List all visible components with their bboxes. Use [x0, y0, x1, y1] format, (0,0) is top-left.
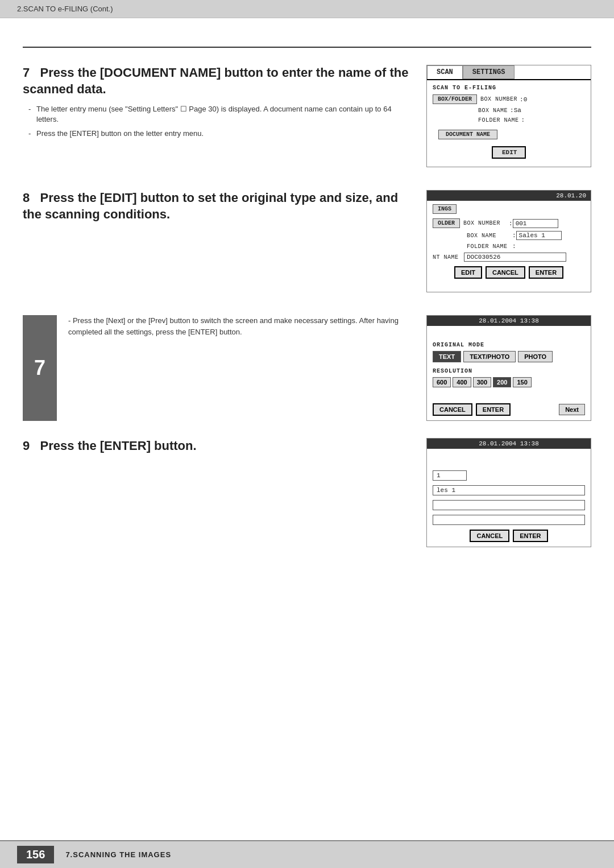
screen2-folder-row: FOLDER NAME : — [433, 243, 585, 250]
screen3-res-btns: 600 400 300 200 150 — [433, 377, 585, 387]
photo-mode-btn[interactable]: PHOTO — [518, 351, 553, 362]
s2-box-name-colon: : — [512, 232, 516, 239]
box-number-colon: : — [520, 96, 524, 103]
s3-next-btn[interactable]: Next — [559, 404, 585, 415]
res-300-btn[interactable]: 300 — [473, 377, 491, 387]
step7-number: 7 — [23, 65, 30, 80]
s2-enter-btn[interactable]: ENTER — [529, 266, 563, 279]
screen4-spacer1 — [433, 453, 585, 470]
folder-name-label: FOLDER NAME — [478, 117, 519, 123]
box-name-value: Sa — [514, 107, 521, 114]
middle-note: Press the [Next] or the [Prev] button to… — [68, 315, 409, 337]
screen2: 28.01.20 INGS OLDER BOX NUMBER : 001 BOX… — [426, 190, 591, 292]
s2-box-number-colon: : — [509, 220, 513, 227]
screen4-input4-row — [433, 515, 585, 525]
screen4-input3 — [433, 500, 585, 510]
tab-ings[interactable]: INGS — [433, 204, 457, 214]
resolution-label: RESOLUTION — [433, 368, 585, 374]
side-number-7: 7 — [23, 315, 57, 421]
step8-number: 8 — [23, 191, 30, 205]
screen1-box-row: BOX/FOLDER BOX NUMBER : 0 — [433, 94, 585, 104]
res-200-btn[interactable]: 200 — [493, 377, 511, 387]
s2-doc-name-value: DOC030526 — [464, 253, 566, 262]
text-photo-mode-btn[interactable]: TEXT/PHOTO — [463, 351, 516, 362]
middle-note-text: Press the [Next] or the [Prev] button to… — [68, 315, 409, 337]
step9-number: 9 — [23, 439, 30, 453]
step7-text: 7 Press the [DOCUMENT NAME] button to en… — [23, 65, 426, 142]
s2-folder-name-label: FOLDER NAME — [467, 243, 512, 250]
older-btn[interactable]: OLDER — [433, 218, 460, 228]
box-folder-btn[interactable]: BOX/FOLDER — [433, 94, 477, 104]
header-bar: 2.SCAN TO e-FILING (Cont.) — [0, 0, 614, 18]
s2-box-name-label: BOX NAME — [467, 233, 512, 239]
res-400-btn[interactable]: 400 — [453, 377, 471, 387]
screen3-spacer2 — [433, 393, 585, 399]
step9-text: 9 Press the [ENTER] button. — [23, 438, 426, 461]
text-mode-btn[interactable]: TEXT — [433, 351, 461, 362]
s3-enter-btn[interactable]: ENTER — [476, 403, 511, 416]
screen4-input2-row: les 1 — [433, 485, 585, 495]
box-number-label: BOX NUMBER — [480, 96, 517, 102]
screen2-boxname-row: BOX NAME : Sales 1 — [433, 231, 585, 240]
box-name-colon: : — [510, 107, 514, 114]
s2-box-name-value: Sales 1 — [516, 231, 562, 240]
screen4-button-row: CANCEL ENTER — [433, 530, 585, 542]
step7-title: 7 Press the [DOCUMENT NAME] button to en… — [23, 65, 409, 97]
screen3-mode-btns: TEXT TEXT/PHOTO PHOTO — [433, 351, 585, 362]
screen3-spacer — [433, 330, 585, 342]
s2-edit-btn[interactable]: EDIT — [454, 266, 482, 279]
screen2-header: 28.01.20 — [427, 191, 591, 201]
screen4-input1-row: 1 — [433, 470, 585, 481]
s2-folder-name-colon: : — [512, 243, 516, 250]
footer-bar: 156 7.SCANNING THE IMAGES — [0, 840, 614, 868]
step7-block: 7 Press the [DOCUMENT NAME] button to en… — [23, 65, 591, 167]
screen1-tabs: SCAN SETTINGS — [427, 65, 591, 80]
step9-title: 9 Press the [ENTER] button. — [23, 438, 409, 454]
screen1-foldername-row: FOLDER NAME : — [433, 117, 585, 123]
res-150-btn[interactable]: 150 — [513, 377, 531, 387]
step8-text: 8 Press the [EDIT] button to set the ori… — [23, 190, 426, 229]
screen2-box-row: OLDER BOX NUMBER : 001 — [433, 218, 585, 228]
tab-scan[interactable]: SCAN — [427, 65, 463, 79]
screen3: 28.01.2004 13:38 ORIGINAL MODE TEXT TEXT… — [426, 315, 591, 421]
s4-cancel-btn[interactable]: CANCEL — [470, 530, 509, 542]
screen2-body: INGS OLDER BOX NUMBER : 001 BOX NAME : S… — [427, 201, 591, 282]
step7-bullets: The letter entry menu (see "Setting Lett… — [28, 104, 409, 139]
s2-box-number-label: BOX NUMBER — [463, 220, 509, 226]
tab-settings[interactable]: SETTINGS — [463, 65, 515, 79]
res-600-btn[interactable]: 600 — [433, 377, 451, 387]
s4-enter-btn[interactable]: ENTER — [513, 530, 547, 542]
screen2-button-row: EDIT CANCEL ENTER — [433, 266, 585, 279]
step9-block: 9 Press the [ENTER] button. 28.01.2004 1… — [23, 438, 591, 547]
screen2-doc-row: NT NAME DOC030526 — [433, 253, 585, 262]
screen4-input2: les 1 — [433, 485, 585, 495]
s2-cancel-btn[interactable]: CANCEL — [486, 266, 525, 279]
doc-name-btn[interactable]: DOCUMENT NAME — [438, 130, 497, 139]
screen4-input4 — [433, 515, 585, 525]
screen4-input1: 1 — [433, 470, 467, 481]
screen4-body: 1 les 1 CANCEL ENTER — [427, 449, 591, 547]
folder-name-colon: : — [521, 117, 525, 123]
original-mode-label: ORIGINAL MODE — [433, 342, 585, 348]
screen3-body: ORIGINAL MODE TEXT TEXT/PHOTO PHOTO RESO… — [427, 326, 591, 420]
edit-btn-1[interactable]: EDIT — [492, 146, 526, 159]
box-name-label: BOX NAME — [478, 108, 508, 114]
s3-cancel-btn[interactable]: CANCEL — [433, 403, 472, 416]
screen2-tab-row: INGS — [433, 204, 585, 214]
scan-to-label: SCAN TO E-FILING — [433, 85, 585, 91]
doc-name-btn-wrap: DOCUMENT NAME — [433, 126, 585, 143]
middle-text: Press the [Next] or the [Prev] button to… — [68, 315, 426, 421]
screen3-button-row: CANCEL ENTER Next — [433, 403, 585, 416]
screen1-body: SCAN TO E-FILING BOX/FOLDER BOX NUMBER :… — [427, 80, 591, 167]
step8-block: 8 Press the [EDIT] button to set the ori… — [23, 190, 591, 292]
top-divider — [23, 47, 591, 48]
step7-bullet-1: The letter entry menu (see "Setting Lett… — [28, 104, 409, 125]
screen4: 28.01.2004 13:38 1 les 1 CANCEL ENTER — [426, 438, 591, 547]
step8-title: 8 Press the [EDIT] button to set the ori… — [23, 190, 409, 222]
screen1-boxname-row: BOX NAME : Sa — [433, 107, 585, 114]
screen1: SCAN SETTINGS SCAN TO E-FILING BOX/FOLDE… — [426, 65, 591, 167]
box-number-value: 0 — [524, 96, 528, 103]
s2-box-number-value: 001 — [513, 219, 558, 228]
screen4-input3-row — [433, 500, 585, 510]
main-content: 7 Press the [DOCUMENT NAME] button to en… — [0, 18, 614, 849]
